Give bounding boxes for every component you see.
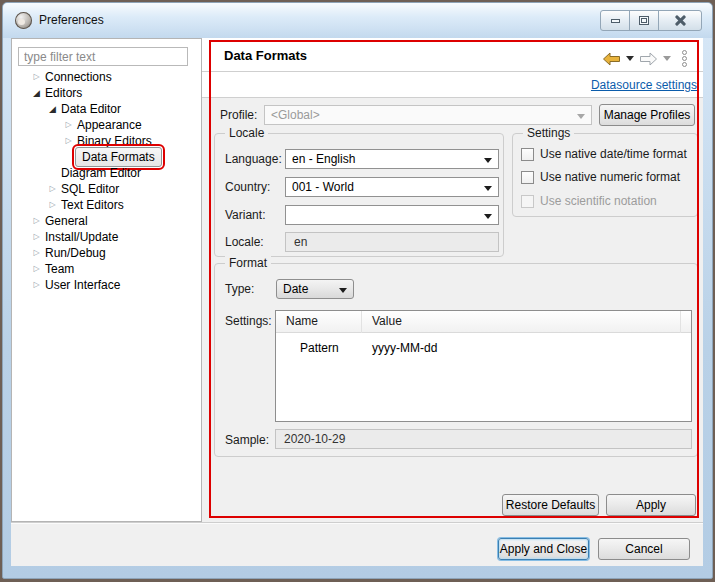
sidebar-item-label: User Interface xyxy=(43,277,122,293)
chevron-right-icon: ▷ xyxy=(30,213,43,229)
chevron-expanded-icon: ◢ xyxy=(30,85,43,101)
datasource-settings-link[interactable]: Datasource settings xyxy=(591,78,697,92)
type-value: Date xyxy=(283,282,308,296)
format-group: Format Type: Date Settings: Name Value P… xyxy=(214,263,698,457)
sidebar-item-label: Install/Update xyxy=(43,229,120,245)
sidebar-item-sql-editor[interactable]: ▷SQL Editor xyxy=(12,181,201,197)
checkbox-label: Use native date/time format xyxy=(540,147,687,161)
back-history-dropdown-icon[interactable] xyxy=(626,56,634,61)
sidebar-item-label: Editors xyxy=(43,85,84,101)
profile-select[interactable]: <Global> xyxy=(264,105,592,125)
forward-history-dropdown-icon[interactable] xyxy=(663,56,671,61)
preference-tree: ▷Connections ◢Editors ◢Data Editor ▷Appe… xyxy=(12,69,201,293)
sidebar-item-user-interface[interactable]: ▷User Interface xyxy=(12,277,201,293)
view-menu-icon[interactable] xyxy=(682,50,687,67)
back-arrow-icon[interactable] xyxy=(602,52,621,66)
cancel-button[interactable]: Cancel xyxy=(598,538,690,560)
chevron-right-icon: ▷ xyxy=(30,245,43,261)
checkbox-label: Use scientific notation xyxy=(540,194,657,208)
pattern-name-cell: Pattern xyxy=(300,341,339,355)
language-select[interactable]: en - English xyxy=(285,149,499,169)
sidebar-item-label: Appearance xyxy=(75,117,144,133)
country-value: 001 - World xyxy=(292,180,354,194)
footer-separator xyxy=(11,522,703,523)
sidebar-item-data-formats[interactable]: Data Formats xyxy=(12,149,201,165)
chevron-down-icon xyxy=(339,288,347,293)
preference-tree-panel: ▷Connections ◢Editors ◢Data Editor ▷Appe… xyxy=(11,38,202,522)
country-label: Country: xyxy=(225,180,270,194)
country-select[interactable]: 001 - World xyxy=(285,177,499,197)
type-label: Type: xyxy=(225,282,254,296)
maximize-button[interactable] xyxy=(629,10,659,31)
chevron-right-icon: ▷ xyxy=(46,181,59,197)
sidebar-item-label: Data Editor xyxy=(59,101,123,117)
format-group-title: Format xyxy=(225,256,271,270)
format-settings-table[interactable]: Name Value Pattern yyyy-MM-dd xyxy=(275,310,692,422)
sidebar-item-label: Team xyxy=(43,261,76,277)
sidebar-item-label: Diagram Editor xyxy=(59,165,143,181)
data-formats-page: Profile: <Global> Manage Profiles Locale… xyxy=(202,98,703,522)
apply-button[interactable]: Apply xyxy=(606,494,696,516)
variant-select[interactable] xyxy=(285,205,499,225)
chevron-down-icon xyxy=(484,214,492,219)
apply-and-close-button[interactable]: Apply and Close xyxy=(498,538,589,560)
minimize-button[interactable] xyxy=(600,10,630,31)
native-datetime-checkbox-row[interactable]: Use native date/time format xyxy=(521,147,687,161)
column-header-name[interactable]: Name xyxy=(286,314,318,328)
close-icon xyxy=(675,15,686,26)
settings-group-title: Settings xyxy=(523,126,574,140)
scientific-notation-checkbox-row: Use scientific notation xyxy=(521,194,657,208)
forward-arrow-icon[interactable] xyxy=(639,52,658,66)
checkbox-icon[interactable] xyxy=(521,148,534,161)
native-numeric-checkbox-row[interactable]: Use native numeric format xyxy=(521,170,680,184)
chevron-right-icon: ▷ xyxy=(46,197,59,213)
sidebar-item-text-editors[interactable]: ▷Text Editors xyxy=(12,197,201,213)
window-title: Preferences xyxy=(39,13,104,27)
sidebar-item-label: SQL Editor xyxy=(59,181,121,197)
sidebar-item-general[interactable]: ▷General xyxy=(12,213,201,229)
chevron-down-icon xyxy=(484,158,492,163)
app-icon xyxy=(15,12,32,29)
sidebar-item-label: Connections xyxy=(43,69,114,85)
sidebar-item-diagram-editor[interactable]: Diagram Editor xyxy=(12,165,201,181)
checkbox-icon[interactable] xyxy=(521,171,534,184)
titlebar[interactable]: Preferences xyxy=(3,3,712,38)
page-title: Data Formats xyxy=(224,48,307,63)
language-label: Language: xyxy=(225,152,282,166)
restore-defaults-button[interactable]: Restore Defaults xyxy=(502,494,599,516)
column-header-value[interactable]: Value xyxy=(372,314,402,328)
sidebar-item-install-update[interactable]: ▷Install/Update xyxy=(12,229,201,245)
sample-value-field: 2020-10-29 xyxy=(275,429,692,449)
chevron-right-icon: ▷ xyxy=(62,133,75,149)
minimize-icon xyxy=(611,19,620,23)
page-title-band: Data Formats xyxy=(202,38,703,72)
locale-group: Locale Language: en - English Country: 0… xyxy=(214,133,504,257)
type-select[interactable]: Date xyxy=(276,279,354,299)
close-button[interactable] xyxy=(658,10,702,31)
chevron-down-icon xyxy=(484,186,492,191)
locale-label: Locale: xyxy=(225,235,264,249)
sidebar-item-run-debug[interactable]: ▷Run/Debug xyxy=(12,245,201,261)
format-settings-label: Settings: xyxy=(225,314,272,328)
language-value: en - English xyxy=(292,152,355,166)
checkbox-label: Use native numeric format xyxy=(540,170,680,184)
sidebar-item-appearance[interactable]: ▷Appearance xyxy=(12,117,201,133)
sidebar-item-label: General xyxy=(43,213,90,229)
manage-profiles-button[interactable]: Manage Profiles xyxy=(599,104,695,126)
sidebar-item-connections[interactable]: ▷Connections xyxy=(12,69,201,85)
chevron-expanded-icon: ◢ xyxy=(46,101,59,117)
sidebar-item-team[interactable]: ▷Team xyxy=(12,261,201,277)
pattern-value-cell: yyyy-MM-dd xyxy=(372,341,437,355)
chevron-right-icon: ▷ xyxy=(62,117,75,133)
chevron-right-icon: ▷ xyxy=(30,261,43,277)
sidebar-item-editors[interactable]: ◢Editors xyxy=(12,85,201,101)
settings-group: Settings Use native date/time format Use… xyxy=(512,133,698,217)
sidebar-item-label: Run/Debug xyxy=(43,245,108,261)
sidebar-item-data-editor[interactable]: ◢Data Editor xyxy=(12,101,201,117)
table-header-row: Name Value xyxy=(276,311,691,333)
filter-input[interactable] xyxy=(18,47,188,66)
chevron-down-icon xyxy=(577,114,585,119)
variant-label: Variant: xyxy=(225,208,265,222)
sidebar-item-label: Text Editors xyxy=(59,197,126,213)
sidebar-item-label: Data Formats xyxy=(75,147,162,167)
